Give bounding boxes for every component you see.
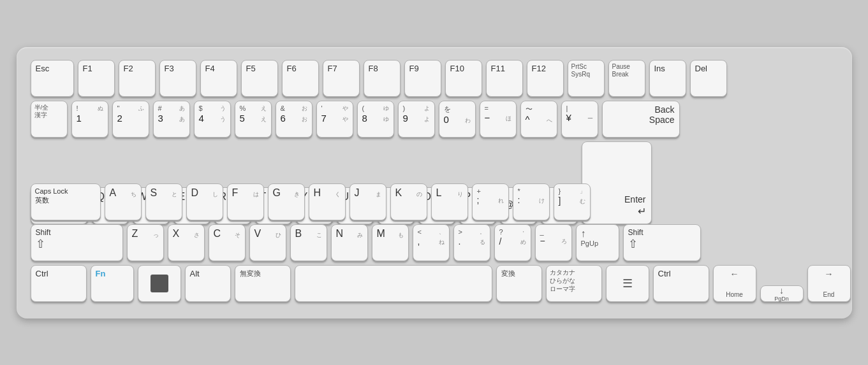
key-f1[interactable]: F1 <box>78 60 115 97</box>
key-f5[interactable]: F5 <box>241 60 278 97</box>
key-esc[interactable]: Esc <box>31 60 74 97</box>
key-backspace[interactable]: BackSpace <box>602 101 680 138</box>
key-shift-left[interactable]: Shift ⇧ <box>31 224 123 261</box>
key-g[interactable]: Gき <box>268 183 305 220</box>
key-comma[interactable]: <、 ,ね <box>413 224 450 261</box>
key-a[interactable]: Aち <box>105 183 142 220</box>
number-row: 半/全漢字 !ぬ 1 "ふ 2 #あ 3あ <box>31 101 838 138</box>
key-k[interactable]: Kの <box>390 183 427 220</box>
key-s[interactable]: Sと <box>145 183 182 220</box>
key-f2[interactable]: F2 <box>119 60 156 97</box>
key-x[interactable]: Xさ <box>168 224 205 261</box>
key-z[interactable]: Zっ <box>127 224 164 261</box>
key-bracket-close[interactable]: }」 ]む <box>554 183 591 220</box>
key-pgup[interactable]: ↑ PgUp <box>576 224 619 261</box>
key-m[interactable]: Mも <box>372 224 409 261</box>
key-6[interactable]: &お 6お <box>276 101 313 138</box>
key-prtsc[interactable]: PrtSc SysRq <box>568 60 605 97</box>
key-end[interactable]: → End <box>807 265 851 302</box>
key-period[interactable]: >。 .る <box>453 224 490 261</box>
key-n[interactable]: Nみ <box>331 224 368 261</box>
zxcv-row: Shift ⇧ Zっ Xさ Cそ <box>31 224 838 261</box>
key-ctrl-left[interactable]: Ctrl <box>31 265 87 302</box>
key-enter[interactable]: Enter↵ <box>582 141 652 224</box>
bottom-row: Ctrl Fn Alt 無変換 <box>31 265 838 302</box>
key-h[interactable]: Hく <box>309 183 346 220</box>
key-henkan[interactable]: 変換 <box>496 265 542 302</box>
key-f3[interactable]: F3 <box>159 60 196 97</box>
key-yen[interactable]: | ¥ー <box>561 101 598 138</box>
key-j[interactable]: Jま <box>349 183 386 220</box>
key-f4[interactable]: F4 <box>200 60 237 97</box>
key-f7[interactable]: F7 <box>323 60 360 97</box>
key-f8[interactable]: F8 <box>364 60 401 97</box>
key-c[interactable]: Cそ <box>209 224 246 261</box>
key-f11[interactable]: F11 <box>486 60 523 97</box>
key-pause[interactable]: Pause Break <box>608 60 645 97</box>
function-row: Esc F1 F2 F3 F4 F5 F6 F7 F8 F9 F10 F11 F… <box>31 60 838 97</box>
key-shift-right[interactable]: Shift ⇧ <box>623 224 701 261</box>
key-katakana[interactable]: カタカナひらがなローマ字 <box>546 265 602 302</box>
key-win[interactable] <box>138 265 181 302</box>
arrow-cluster-vertical: ↓ PgDn <box>760 285 804 302</box>
key-fn[interactable]: Fn <box>91 265 134 302</box>
key-muhenkan[interactable]: 無変換 <box>235 265 291 302</box>
key-1[interactable]: !ぬ 1 <box>71 101 108 138</box>
key-4[interactable]: $う 4う <box>194 101 231 138</box>
key-b[interactable]: Bこ <box>290 224 327 261</box>
keyboard: Esc F1 F2 F3 F4 F5 F6 F7 F8 F9 F10 F11 F… <box>17 47 852 318</box>
key-menu[interactable]: ☰ <box>606 265 649 302</box>
key-v[interactable]: Vひ <box>249 224 286 261</box>
key-ctrl-right[interactable]: Ctrl <box>653 265 709 302</box>
key-home[interactable]: ← Home <box>713 265 756 302</box>
key-5[interactable]: %え 5え <box>235 101 272 138</box>
key-pgdn[interactable]: ↓ PgDn <box>760 285 804 302</box>
key-slash[interactable]: ?・ /め <box>494 224 531 261</box>
key-9[interactable]: )よ 9よ <box>398 101 435 138</box>
key-backslash[interactable]: _ −ろ <box>535 224 572 261</box>
key-f12[interactable]: F12 <box>527 60 564 97</box>
key-semicolon[interactable]: + ;れ <box>472 183 509 220</box>
key-caret[interactable]: 〜 ^へ <box>520 101 557 138</box>
key-l[interactable]: Lり <box>431 183 468 220</box>
key-capslock[interactable]: Caps Lock英数 <box>31 183 101 220</box>
key-alt-left[interactable]: Alt <box>185 265 231 302</box>
key-hankaku[interactable]: 半/全漢字 <box>31 101 68 138</box>
key-f10[interactable]: F10 <box>445 60 482 97</box>
key-8[interactable]: (ゆ 8ゆ <box>357 101 394 138</box>
key-del[interactable]: Del <box>690 60 727 97</box>
key-0[interactable]: を 0わ <box>439 101 476 138</box>
key-f9[interactable]: F9 <box>404 60 441 97</box>
key-colon[interactable]: * :け <box>513 183 550 220</box>
key-ins[interactable]: Ins <box>649 60 686 97</box>
key-f6[interactable]: F6 <box>282 60 319 97</box>
key-3[interactable]: #あ 3あ <box>153 101 190 138</box>
key-d[interactable]: Dし <box>186 183 223 220</box>
key-space[interactable] <box>295 265 492 302</box>
key-7[interactable]: 'や 7や <box>316 101 353 138</box>
key-minus[interactable]: = −ほ <box>480 101 517 138</box>
key-2[interactable]: "ふ 2 <box>112 101 149 138</box>
key-f[interactable]: Fは <box>227 183 264 220</box>
